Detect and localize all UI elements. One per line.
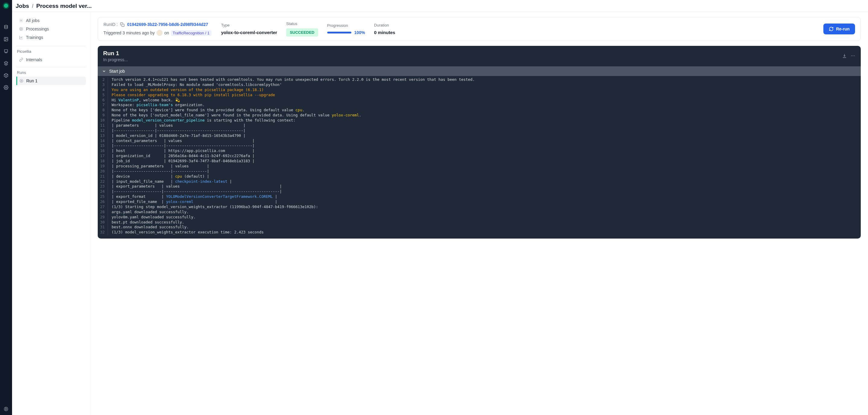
- duration-label: Duration: [374, 23, 395, 27]
- triggered-text: Triggered 3 minutes ago by: [103, 30, 155, 35]
- refresh-icon: [829, 27, 834, 31]
- log-line: 17| organization_id | 2856a16a-8d44-4c11…: [98, 154, 861, 159]
- console-subtitle: In progress...: [103, 57, 128, 62]
- svg-point-8: [20, 79, 23, 83]
- duration-value: 0 minutes: [374, 30, 395, 35]
- log-line: 28args.yaml downloaded successfully.: [98, 210, 861, 215]
- log-line: 2Torch version 2.4.1+cu121 has not been …: [98, 77, 861, 82]
- log-area: 2Torch version 2.4.1+cu121 has not been …: [98, 76, 861, 238]
- sidebar-item-label: All jobs: [26, 18, 39, 23]
- logo-icon[interactable]: [3, 2, 9, 9]
- log-line: 3Failed to load _MLModelProxy: No module…: [98, 82, 861, 88]
- trigger-info: Triggered 3 minutes ago by on TrafficRec…: [103, 30, 212, 36]
- svg-point-4: [5, 87, 7, 88]
- link-icon: [19, 57, 24, 62]
- log-line: 16| host | https://app.picsellia.com |: [98, 149, 861, 154]
- breadcrumb: Jobs / Process model ver...: [16, 3, 92, 9]
- runid-value[interactable]: 01942699-3b22-7956-b8d6-2d98f9344d27: [127, 22, 208, 27]
- log-line: 7Workspace: picsellia-team's organizatio…: [98, 102, 861, 108]
- log-line: 18| job_id | 01942699-3af4-74f7-8baf-846…: [98, 159, 861, 164]
- chart-icon: [19, 35, 24, 40]
- log-line: 9None of the keys ['output_model_file_na…: [98, 113, 861, 118]
- log-line: 24|---------------------|---------------…: [98, 189, 861, 194]
- box-icon[interactable]: [2, 72, 10, 79]
- log-line: 15|----------------------|--------------…: [98, 143, 861, 149]
- progress-field: Progression 100%: [327, 23, 365, 35]
- svg-point-7: [20, 27, 23, 31]
- sidebar-item-label: Processings: [26, 27, 49, 31]
- settings-icon[interactable]: [2, 84, 10, 91]
- log-line: 27(1/3) Starting step model_version_weig…: [98, 204, 861, 210]
- icon-rail: [0, 0, 12, 415]
- log-line: 20|-------------------------|-----------…: [98, 169, 861, 174]
- more-icon[interactable]: [850, 53, 855, 59]
- type-value: yolox-to-coreml-converter: [221, 30, 277, 35]
- log-line: 21| device | cpu (default) |: [98, 174, 861, 179]
- board-icon[interactable]: [2, 47, 10, 55]
- database-icon[interactable]: [2, 24, 10, 31]
- layers-icon[interactable]: [2, 60, 10, 67]
- log-line: 23| export_parameters | values |: [98, 184, 861, 189]
- status-badge: SUCCEEDED: [286, 28, 318, 36]
- log-line: 6Hi ValentinP, welcome back. 💫: [98, 98, 861, 103]
- log-line: 26| exported_file_name | yolox-coreml |: [98, 199, 861, 204]
- image-icon[interactable]: [2, 36, 10, 43]
- rerun-label: Re-run: [836, 27, 849, 31]
- section-title: Start job: [109, 69, 125, 73]
- type-field: Type yolox-to-coreml-converter: [221, 23, 277, 35]
- svg-point-2: [5, 38, 6, 39]
- sidebar-heading-picsellia: Picsellia: [17, 49, 86, 54]
- sidebar-item-all-jobs[interactable]: All jobs: [16, 16, 86, 25]
- log-line: 31best.onnx downloaded successfully.: [98, 225, 861, 230]
- sidebar-item-label: Internals: [26, 57, 42, 62]
- sidebar-item-trainings[interactable]: Trainings: [16, 33, 86, 42]
- console-section-toggle[interactable]: Start job: [98, 66, 861, 76]
- log-line: 8None of the keys ['device'] were found …: [98, 108, 861, 113]
- progress-pct: 100%: [354, 30, 365, 35]
- play-circle-icon: [19, 27, 24, 31]
- on-text: on: [164, 30, 169, 35]
- log-line: 19| processing_parameters | values |: [98, 164, 861, 169]
- avatar[interactable]: [157, 30, 162, 36]
- svg-point-12: [854, 55, 855, 56]
- rerun-button[interactable]: Re-run: [824, 24, 855, 34]
- sidebar: All jobs Processings Trainings Picsellia: [12, 12, 91, 415]
- log-line: 30best.pt downloaded successfully.: [98, 220, 861, 225]
- copy-icon[interactable]: [120, 22, 125, 27]
- log-line: 5Please consider upgrading to 6.18.3 wit…: [98, 93, 861, 98]
- sidebar-item-label: Trainings: [26, 35, 43, 40]
- play-circle-icon: [19, 78, 24, 83]
- run-info-card: RunID : 01942699-3b22-7956-b8d6-2d98f934…: [98, 17, 861, 41]
- sidebar-heading-runs: Runs: [17, 70, 86, 75]
- chevron-down-icon: [102, 69, 106, 73]
- sliders-icon: [19, 18, 24, 23]
- sidebar-item-processings[interactable]: Processings: [16, 25, 86, 33]
- play-circle-icon[interactable]: [2, 405, 10, 413]
- svg-point-6: [21, 20, 22, 21]
- breadcrumb-sep: /: [32, 3, 33, 9]
- log-line: 29yolov8m.yaml downloaded successfully.: [98, 215, 861, 220]
- topbar: Jobs / Process model ver...: [12, 0, 868, 12]
- download-icon[interactable]: [842, 53, 847, 59]
- progress-bar: [327, 32, 351, 33]
- sidebar-item-run1[interactable]: Run 1: [16, 76, 86, 85]
- svg-point-11: [852, 55, 853, 56]
- log-line: 10Pipeline model_version_converter_pipel…: [98, 118, 861, 123]
- svg-point-5: [4, 407, 8, 411]
- breadcrumb-root[interactable]: Jobs: [16, 3, 29, 9]
- divider: [16, 46, 86, 46]
- sidebar-item-label: Run 1: [26, 78, 37, 83]
- content: RunID : 01942699-3b22-7956-b8d6-2d98f934…: [91, 12, 868, 415]
- breadcrumb-current: Process model ver...: [36, 3, 92, 9]
- svg-point-10: [851, 55, 852, 56]
- log-line: 13| model_version_id | 0188d460-2a7e-71a…: [98, 133, 861, 138]
- progress-label: Progression: [327, 23, 365, 28]
- log-line: 14| context_parameters | values |: [98, 138, 861, 143]
- divider: [16, 67, 86, 67]
- log-line: 25| export_format | YOLOModelVersionConv…: [98, 194, 861, 199]
- model-chip[interactable]: TrafficRecognition / 1: [171, 30, 211, 36]
- log-line: 4You are using an outdated version of th…: [98, 88, 861, 93]
- status-label: Status: [286, 22, 318, 26]
- log-line: 11| parameters | values |: [98, 123, 861, 128]
- sidebar-item-internals[interactable]: Internals: [16, 56, 86, 64]
